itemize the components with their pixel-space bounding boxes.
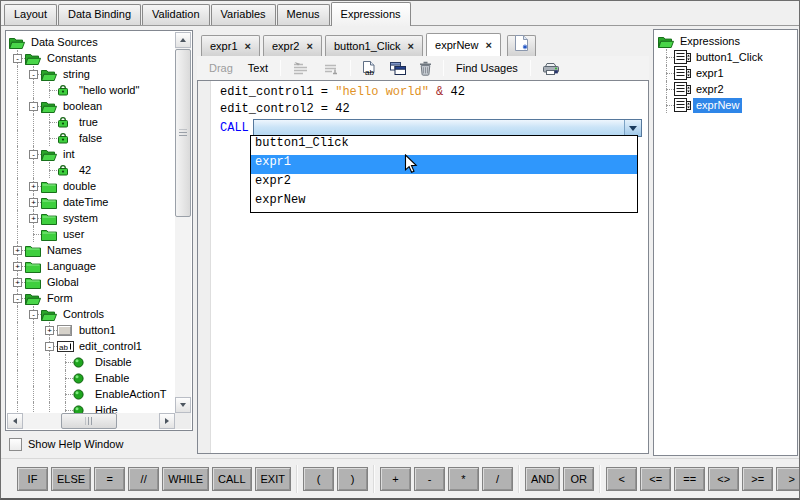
op-button-exit[interactable]: EXIT bbox=[255, 467, 291, 491]
expand-toggle[interactable]: + bbox=[29, 214, 38, 223]
toolbar-grip[interactable] bbox=[8, 466, 10, 492]
print-icon[interactable] bbox=[540, 60, 562, 77]
tree-item-string[interactable]: - string bbox=[7, 66, 175, 82]
op-button-greater-than[interactable]: > bbox=[776, 467, 800, 491]
scroll-left-button[interactable] bbox=[7, 413, 23, 429]
expression-item-exprnew[interactable]: exprNew bbox=[656, 97, 795, 113]
combobox-dropdown-arrow[interactable] bbox=[624, 120, 641, 136]
close-tab-icon[interactable]: × bbox=[245, 41, 251, 51]
tab-expressions[interactable]: Expressions bbox=[331, 2, 411, 26]
tree-item-button1[interactable]: + button1 bbox=[7, 322, 175, 338]
tree-item-data-sources[interactable]: Data Sources bbox=[7, 34, 175, 50]
op-button-close-paren[interactable]: ) bbox=[337, 467, 368, 491]
op-button-divide[interactable]: / bbox=[482, 467, 513, 491]
collapse-toggle[interactable]: - bbox=[29, 310, 38, 319]
tree-item-user[interactable]: user bbox=[7, 226, 175, 242]
scroll-right-button[interactable] bbox=[159, 413, 175, 429]
tree-item-int[interactable]: - int bbox=[7, 146, 175, 162]
editor-tab-button1-click[interactable]: button1_Click× bbox=[325, 35, 423, 56]
collapse-toggle[interactable]: - bbox=[29, 102, 38, 111]
find-usages-button[interactable]: Find Usages bbox=[453, 60, 521, 76]
tab-menus[interactable]: Menus bbox=[277, 4, 330, 25]
tree-item-false[interactable]: false bbox=[7, 130, 175, 146]
tree-item-hide[interactable]: Hide bbox=[7, 402, 175, 413]
collapse-toggle[interactable]: - bbox=[13, 54, 22, 63]
expand-toggle[interactable]: + bbox=[45, 326, 54, 335]
tab-variables[interactable]: Variables bbox=[211, 4, 276, 25]
collapse-toggle[interactable]: - bbox=[29, 150, 38, 159]
expand-toggle[interactable]: + bbox=[29, 182, 38, 191]
expand-toggle[interactable]: + bbox=[13, 246, 22, 255]
tab-layout[interactable]: Layout bbox=[4, 4, 57, 25]
close-tab-icon[interactable]: × bbox=[307, 41, 313, 51]
op-button-less-than[interactable]: < bbox=[606, 467, 637, 491]
dropdown-item-expr1[interactable]: expr1 bbox=[251, 155, 637, 174]
tree-item-true[interactable]: true bbox=[7, 114, 175, 130]
op-button-multiply[interactable]: * bbox=[448, 467, 479, 491]
vertical-scrollbar[interactable] bbox=[175, 32, 191, 413]
tree-item-controls[interactable]: - Controls bbox=[7, 306, 175, 322]
op-button-or[interactable]: OR bbox=[563, 467, 594, 491]
scroll-down-button[interactable] bbox=[175, 397, 191, 413]
close-tab-icon[interactable]: × bbox=[408, 41, 414, 51]
expression-item-button1-click[interactable]: button1_Click bbox=[656, 49, 795, 65]
op-button-not-equal[interactable]: <> bbox=[708, 467, 739, 491]
horizontal-scroll-thumb[interactable] bbox=[61, 413, 117, 429]
op-button-while[interactable]: WHILE bbox=[162, 467, 209, 491]
tree-item-language[interactable]: + Language bbox=[7, 258, 175, 274]
expand-toggle[interactable]: + bbox=[13, 278, 22, 287]
expand-toggle[interactable]: + bbox=[13, 262, 22, 271]
op-button-else[interactable]: ELSE bbox=[51, 467, 91, 491]
dropdown-item-expr2[interactable]: expr2 bbox=[251, 174, 637, 193]
op-button-equals[interactable]: == bbox=[674, 467, 705, 491]
tree-item-form[interactable]: - Form bbox=[7, 290, 175, 306]
rename-icon[interactable]: ab bbox=[360, 60, 379, 77]
show-help-checkbox[interactable] bbox=[9, 438, 22, 451]
trash-icon[interactable] bbox=[417, 60, 434, 77]
tree-item-42[interactable]: 42 bbox=[7, 162, 175, 178]
tab-validation[interactable]: Validation bbox=[142, 4, 210, 25]
expression-item-expr2[interactable]: expr2 bbox=[656, 81, 795, 97]
scroll-up-button[interactable] bbox=[175, 32, 191, 48]
editor-tab-expr1[interactable]: expr1× bbox=[201, 35, 260, 56]
tree-item-datetime[interactable]: + dateTime bbox=[7, 194, 175, 210]
tab-data-binding[interactable]: Data Binding bbox=[58, 4, 141, 25]
text-button[interactable]: Text bbox=[245, 60, 271, 76]
code-line-2[interactable]: edit_control2 = 42 bbox=[220, 101, 648, 118]
expression-item-expr1[interactable]: expr1 bbox=[656, 65, 795, 81]
replace-icon[interactable] bbox=[388, 61, 408, 76]
op-button-call[interactable]: CALL bbox=[212, 467, 252, 491]
new-expression-tab[interactable] bbox=[507, 35, 536, 56]
op-button-less-equal[interactable]: <= bbox=[640, 467, 671, 491]
horizontal-scrollbar[interactable] bbox=[7, 413, 175, 429]
tree-item-boolean[interactable]: - boolean bbox=[7, 98, 175, 114]
op-button-assign[interactable]: = bbox=[94, 467, 125, 491]
tree-item-constants[interactable]: - Constants bbox=[7, 50, 175, 66]
tree-item-double[interactable]: + double bbox=[7, 178, 175, 194]
tree-item-edit-control1[interactable]: - ab edit_control1 bbox=[7, 338, 175, 354]
tree-item-enable[interactable]: Enable bbox=[7, 370, 175, 386]
close-tab-icon[interactable]: × bbox=[485, 40, 491, 50]
tree-item-enableactiont[interactable]: EnableActionT bbox=[7, 386, 175, 402]
tree-item-global[interactable]: + Global bbox=[7, 274, 175, 290]
collapse-toggle[interactable]: - bbox=[29, 70, 38, 79]
op-button-open-paren[interactable]: ( bbox=[303, 467, 334, 491]
tree-item-system[interactable]: + system bbox=[7, 210, 175, 226]
editor-tab-expr2[interactable]: expr2× bbox=[263, 35, 322, 56]
tree-item-disable[interactable]: Disable bbox=[7, 354, 175, 370]
op-button-if[interactable]: IF bbox=[17, 467, 48, 491]
collapse-toggle[interactable]: - bbox=[45, 342, 54, 351]
code-line-1[interactable]: edit_control1 = "hello world" & 42 bbox=[220, 84, 648, 101]
expressions-root-expressions[interactable]: Expressions bbox=[656, 33, 795, 49]
dropdown-item-button1-click[interactable]: button1_Click bbox=[251, 136, 637, 155]
op-button-plus[interactable]: + bbox=[380, 467, 411, 491]
op-button-and[interactable]: AND bbox=[525, 467, 560, 491]
collapse-toggle[interactable]: - bbox=[13, 294, 22, 303]
tree-item-hello-world[interactable]: "hello world" bbox=[7, 82, 175, 98]
vertical-scroll-thumb[interactable] bbox=[175, 49, 191, 217]
dropdown-item-exprnew[interactable]: exprNew bbox=[251, 193, 637, 212]
expand-toggle[interactable]: + bbox=[29, 198, 38, 207]
op-button-minus[interactable]: - bbox=[414, 467, 445, 491]
tree-item-names[interactable]: + Names bbox=[7, 242, 175, 258]
op-button-comment[interactable]: // bbox=[128, 467, 159, 491]
